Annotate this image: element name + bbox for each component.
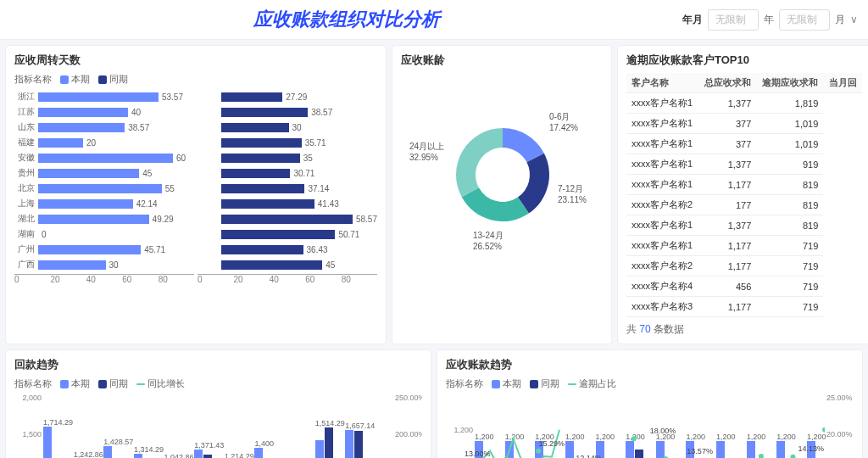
- donut-label: 0-6月 17.42%: [549, 111, 578, 132]
- table-row[interactable]: xxxx客户名称31,177719: [626, 297, 862, 317]
- repay-trend-title: 回款趋势: [14, 357, 422, 372]
- table-row[interactable]: xxxx客户名称13771,019: [626, 134, 862, 154]
- bar-row: 福建20: [14, 135, 194, 150]
- top10-table: 客户名称总应收求和逾期应收求和当月回 xxxx客户名称11,3771,819xx…: [626, 73, 862, 317]
- bar-row: 41.43: [198, 196, 377, 211]
- ar-trend-card: 应收账款趋势 指标名称 本期 同期 逾期占比 1,2001,00025.00%2…: [437, 349, 863, 458]
- bar-row: 贵州45: [14, 165, 194, 181]
- donut-label: 13-24月 26.52%: [473, 230, 504, 251]
- donut-label: 7-12月 23.11%: [558, 183, 587, 204]
- svg-point-5: [632, 436, 637, 441]
- bar-row: 27.29: [198, 89, 377, 104]
- bar-row: 38.57: [198, 104, 377, 120]
- bar-row: 安徽60: [14, 150, 194, 165]
- table-row[interactable]: xxxx客户名称13771,019: [626, 114, 862, 134]
- bar-row: 36.43: [198, 242, 377, 257]
- date-filter: 年月 无限制 年 无限制 月 ∨: [682, 9, 858, 31]
- turnover-legend: 指标名称 本期 同期: [14, 73, 377, 86]
- ar-trend-title: 应收账款趋势: [446, 357, 854, 372]
- ar-trend-legend: 指标名称 本期 同期 逾期占比: [446, 377, 854, 390]
- bar-row: 北京55: [14, 181, 194, 196]
- month-input[interactable]: 无限制: [779, 9, 830, 31]
- bar-row: 湖南0: [14, 226, 194, 242]
- bar-row: 37.14: [198, 181, 377, 196]
- repay-trend-chart: 2,0001,5001,000250.00%200.00%150.00%1,71…: [14, 394, 422, 458]
- top10-title: 逾期应收账款客户TOP10: [626, 53, 862, 68]
- top10-card: 逾期应收账款客户TOP10 客户名称总应收求和逾期应收求和当月回 xxxx客户名…: [617, 45, 868, 344]
- year-input[interactable]: 无限制: [708, 9, 759, 31]
- col-header[interactable]: 当月回: [823, 73, 862, 93]
- turnover-card: 应收周转天数 指标名称 本期 同期 浙江53.57江苏40山东38.57福建20…: [5, 45, 387, 344]
- bar-group: 1,314.29: [134, 454, 152, 458]
- bar-group: 1,428.57: [103, 446, 121, 458]
- month-unit: 月: [835, 13, 845, 27]
- table-row[interactable]: xxxx客户名称4456719: [626, 276, 862, 297]
- bar-group: 1,714.29: [43, 427, 61, 458]
- bar-row: 江苏40: [14, 104, 194, 120]
- bar-group: 1,400: [254, 448, 272, 458]
- table-row[interactable]: xxxx客户名称21,177719: [626, 256, 862, 276]
- bar-row: 45: [198, 257, 377, 272]
- bar-row: 广州45.71: [14, 242, 194, 257]
- donut-label: 24月以上 32.95%: [409, 141, 444, 162]
- svg-point-10: [790, 455, 795, 458]
- bar-row: 30.71: [198, 165, 377, 181]
- bar-row: 35.71: [198, 135, 377, 150]
- bar-row: 湖北49.29: [14, 211, 194, 226]
- bar-row: 上海42.14: [14, 196, 194, 211]
- header: 应收账款组织对比分析 年月 无限制 年 无限制 月 ∨: [0, 0, 868, 40]
- page-title: 应收账款组织对比分析: [10, 7, 682, 32]
- bar-group: 1,371.43: [194, 450, 212, 458]
- bar-row: 浙江53.57: [14, 89, 194, 104]
- aging-title: 应收账龄: [401, 53, 603, 68]
- ar-trend-chart: 1,2001,00025.00%20.00%15.00%1,2001,2001,…: [446, 394, 854, 458]
- svg-point-9: [759, 454, 764, 458]
- table-row[interactable]: xxxx客户名称11,377819: [626, 215, 862, 236]
- col-header[interactable]: 逾期应收求和: [756, 73, 823, 93]
- svg-point-11: [822, 427, 825, 433]
- svg-point-2: [536, 449, 541, 454]
- turnover-title: 应收周转天数: [14, 53, 377, 68]
- table-row[interactable]: xxxx客户名称11,177719: [626, 236, 862, 256]
- bar-group: 1,657.14: [345, 430, 363, 458]
- filter-label: 年月: [682, 13, 703, 27]
- pager: 共 70 条数据: [626, 317, 862, 337]
- bar-row: 广西30: [14, 257, 194, 272]
- table-row[interactable]: xxxx客户名称11,377919: [626, 154, 862, 175]
- chevron-down-icon[interactable]: ∨: [850, 14, 858, 25]
- repay-trend-card: 回款趋势 指标名称 本期 同期 同比增长 2,0001,5001,000250.…: [5, 349, 431, 458]
- col-header[interactable]: 总应收求和: [698, 73, 756, 93]
- table-row[interactable]: xxxx客户名称11,177819: [626, 175, 862, 195]
- repay-trend-legend: 指标名称 本期 同期 同比增长: [14, 377, 422, 390]
- table-row[interactable]: xxxx客户名称2177819: [626, 195, 862, 215]
- bar-row: 30: [198, 120, 377, 135]
- aging-card: 应收账龄 0-6月 17.42%7-12月 23.11%13-24月 26.52…: [392, 45, 612, 344]
- table-row[interactable]: xxxx客户名称11,3771,819: [626, 93, 862, 114]
- bar-row: 35: [198, 150, 377, 165]
- bar-row: 山东38.57: [14, 120, 194, 135]
- col-header[interactable]: 客户名称: [626, 73, 698, 93]
- aging-donut: 0-6月 17.42%7-12月 23.11%13-24月 26.52%24月以…: [401, 73, 603, 260]
- bar-row: 58.57: [198, 211, 377, 226]
- bar-row: 50.71: [198, 226, 377, 242]
- bar-group: 1,514.29: [315, 427, 333, 458]
- year-unit: 年: [764, 13, 774, 27]
